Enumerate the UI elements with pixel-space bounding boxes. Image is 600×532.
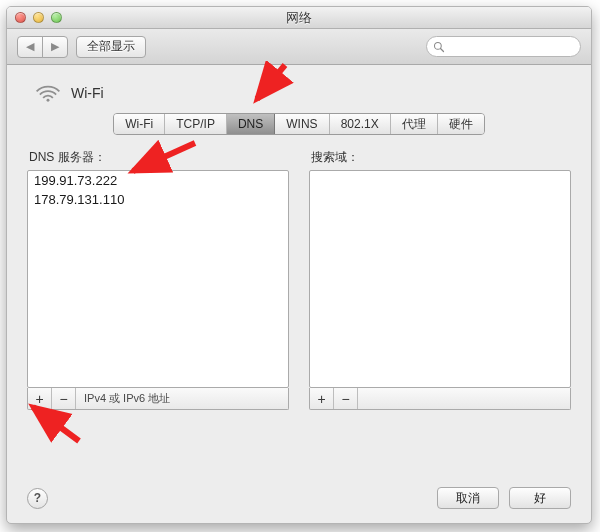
- tab-wifi[interactable]: Wi-Fi: [114, 114, 165, 134]
- back-icon: ◀: [26, 40, 34, 53]
- plus-icon: +: [317, 392, 325, 406]
- preferences-window: 网络 ◀ ▶ 全部显示 Wi-Fi Wi-Fi TCP/IP DNS: [6, 6, 592, 524]
- minimize-window-button[interactable]: [33, 12, 44, 23]
- search-domains-panel: 搜索域： + −: [309, 149, 571, 410]
- search-domains-addbar: + −: [309, 388, 571, 410]
- tabs: Wi-Fi TCP/IP DNS WINS 802.1X 代理 硬件: [27, 113, 571, 135]
- titlebar: 网络: [7, 7, 591, 29]
- tab-dns[interactable]: DNS: [227, 114, 275, 134]
- dns-hint: IPv4 或 IPv6 地址: [76, 391, 178, 406]
- search-icon: [433, 41, 445, 53]
- search-domains-list[interactable]: [309, 170, 571, 388]
- dns-servers-panel: DNS 服务器： 199.91.73.222 178.79.131.110 + …: [27, 149, 289, 410]
- footer: ? 取消 好: [27, 487, 571, 509]
- minus-icon: −: [59, 392, 67, 406]
- cancel-button[interactable]: 取消: [437, 487, 499, 509]
- nav-group: ◀ ▶: [17, 36, 68, 58]
- wifi-icon: [35, 83, 61, 103]
- close-window-button[interactable]: [15, 12, 26, 23]
- tab-wins[interactable]: WINS: [275, 114, 329, 134]
- help-button[interactable]: ?: [27, 488, 48, 509]
- dns-servers-label: DNS 服务器：: [29, 149, 289, 166]
- plus-icon: +: [35, 392, 43, 406]
- list-item[interactable]: 178.79.131.110: [28, 190, 288, 209]
- tab-proxies[interactable]: 代理: [391, 114, 438, 134]
- remove-dns-button[interactable]: −: [52, 388, 76, 409]
- add-dns-button[interactable]: +: [28, 388, 52, 409]
- add-domain-button[interactable]: +: [310, 388, 334, 409]
- search-domains-label: 搜索域：: [311, 149, 571, 166]
- dns-servers-addbar: + − IPv4 或 IPv6 地址: [27, 388, 289, 410]
- tab-hardware[interactable]: 硬件: [438, 114, 484, 134]
- window-controls: [15, 12, 62, 23]
- tab-8021x[interactable]: 802.1X: [330, 114, 391, 134]
- tab-tcpip[interactable]: TCP/IP: [165, 114, 227, 134]
- minus-icon: −: [341, 392, 349, 406]
- connection-name: Wi-Fi: [71, 85, 104, 101]
- remove-domain-button[interactable]: −: [334, 388, 358, 409]
- show-all-button[interactable]: 全部显示: [76, 36, 146, 58]
- window-title: 网络: [7, 9, 591, 27]
- dns-servers-list[interactable]: 199.91.73.222 178.79.131.110: [27, 170, 289, 388]
- svg-point-2: [47, 99, 50, 102]
- help-icon: ?: [34, 491, 41, 505]
- back-button[interactable]: ◀: [17, 36, 43, 58]
- forward-button[interactable]: ▶: [42, 36, 68, 58]
- toolbar: ◀ ▶ 全部显示: [7, 29, 591, 65]
- ok-button[interactable]: 好: [509, 487, 571, 509]
- search-field[interactable]: [426, 36, 581, 57]
- zoom-window-button[interactable]: [51, 12, 62, 23]
- svg-line-1: [441, 48, 444, 51]
- connection-header: Wi-Fi: [35, 83, 571, 103]
- content-area: Wi-Fi Wi-Fi TCP/IP DNS WINS 802.1X 代理 硬件…: [7, 65, 591, 523]
- forward-icon: ▶: [51, 40, 59, 53]
- list-item[interactable]: 199.91.73.222: [28, 171, 288, 190]
